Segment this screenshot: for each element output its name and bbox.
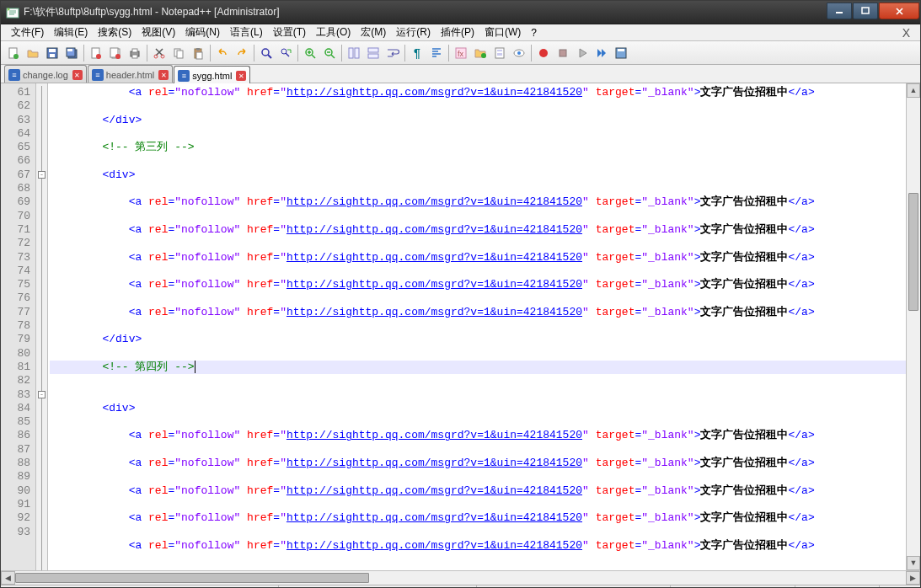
menu-file[interactable]: 文件(F) (6, 24, 49, 41)
show-all-chars-icon[interactable]: ¶ (408, 44, 426, 62)
undo-icon[interactable] (213, 44, 232, 62)
menu-language[interactable]: 语言(L) (225, 24, 268, 41)
svg-rect-24 (196, 48, 200, 51)
tab-sygg-html[interactable]: ≡sygg.html✕ (174, 66, 250, 83)
open-file-icon[interactable] (24, 44, 42, 62)
record-macro-icon[interactable] (534, 44, 553, 62)
svg-rect-22 (177, 51, 183, 58)
save-all-icon[interactable] (62, 44, 81, 62)
menubar: 文件(F) 编辑(E) 搜索(S) 视图(V) 编码(N) 语言(L) 设置(T… (1, 24, 920, 41)
scroll-up-arrow[interactable]: ▲ (907, 83, 920, 98)
print-icon[interactable] (126, 44, 144, 62)
menu-view[interactable]: 视图(V) (137, 24, 180, 41)
svg-line-27 (268, 55, 271, 58)
play-multi-icon[interactable] (592, 44, 611, 62)
stop-macro-icon[interactable] (554, 44, 572, 62)
menu-edit[interactable]: 编辑(E) (49, 24, 93, 41)
tab-change-log[interactable]: ≡change.log✕ (4, 65, 87, 83)
minimize-button[interactable] (827, 3, 852, 19)
tab-close-icon[interactable]: ✕ (72, 70, 83, 80)
svg-rect-6 (49, 49, 56, 52)
save-macro-icon[interactable] (612, 44, 630, 62)
window-title: F:\软件\8uftp\8uftp\sygg.html - Notepad++ … (24, 5, 827, 19)
zoom-in-icon[interactable] (301, 44, 319, 62)
toolbar-separator (254, 45, 254, 61)
svg-point-15 (115, 54, 120, 59)
toolbar-separator (147, 45, 147, 61)
menu-tools[interactable]: 工具(O) (311, 24, 356, 41)
doc-map-icon[interactable] (490, 44, 509, 62)
menu-settings[interactable]: 设置(T) (268, 24, 311, 41)
toolbar: ¶ fx (1, 41, 920, 65)
tab-label: change.log (23, 70, 68, 80)
svg-rect-17 (132, 49, 137, 52)
menu-help[interactable]: ? (526, 25, 542, 40)
find-icon[interactable] (257, 44, 276, 62)
folder-tree-icon[interactable] (471, 44, 490, 62)
menu-macro[interactable]: 宏(M) (356, 24, 391, 41)
svg-point-26 (262, 49, 269, 56)
svg-rect-39 (497, 50, 502, 51)
svg-rect-25 (196, 52, 202, 59)
maximize-button[interactable] (853, 3, 878, 19)
close-all-icon[interactable] (106, 44, 125, 62)
svg-rect-44 (560, 50, 566, 56)
tab-close-icon[interactable]: ✕ (236, 71, 246, 81)
scroll-thumb-h[interactable] (15, 573, 369, 583)
menu-window[interactable]: 窗口(W) (479, 24, 526, 41)
svg-rect-31 (349, 48, 353, 58)
close-button[interactable] (879, 3, 919, 19)
tab-close-icon[interactable]: ✕ (158, 70, 169, 80)
horizontal-scrollbar[interactable]: ◀ ▶ (1, 570, 920, 585)
copy-icon[interactable] (169, 44, 188, 62)
toolbar-separator (448, 45, 449, 61)
cut-icon[interactable] (150, 44, 169, 62)
svg-text:fx: fx (458, 50, 464, 58)
statusbar: Hyper Text Markup Language file length :… (1, 585, 920, 588)
zoom-out-icon[interactable] (320, 44, 339, 62)
sync-v-icon[interactable] (345, 44, 363, 62)
play-macro-icon[interactable] (573, 44, 592, 62)
fold-column[interactable]: -- (36, 83, 48, 570)
vertical-scrollbar[interactable]: ▲ ▼ (906, 83, 920, 570)
file-icon: ≡ (92, 69, 104, 81)
toolbar-separator (210, 45, 211, 61)
code-content[interactable]: <a rel="nofollow" href="http://sighttp.q… (48, 83, 920, 570)
svg-rect-32 (355, 48, 359, 58)
toolbar-separator (297, 45, 298, 61)
menu-close-icon[interactable]: X (897, 26, 915, 40)
svg-rect-34 (368, 54, 378, 58)
scroll-right-arrow[interactable]: ▶ (906, 571, 920, 585)
toolbar-separator (404, 45, 405, 61)
tabbar: ≡change.log✕ ≡header.html✕ ≡sygg.html✕ (1, 65, 920, 83)
file-icon: ≡ (8, 69, 20, 81)
tab-label: sygg.html (192, 71, 232, 81)
svg-point-43 (539, 49, 548, 57)
menu-encoding[interactable]: 编码(N) (180, 24, 225, 41)
line-number-gutter[interactable]: 6162636465666768697071727374757677787980… (1, 83, 36, 570)
file-icon: ≡ (178, 70, 190, 82)
func-list-icon[interactable]: fx (452, 44, 470, 62)
sync-h-icon[interactable] (364, 44, 383, 62)
toolbar-separator (83, 45, 84, 61)
menu-search[interactable]: 搜索(S) (93, 24, 137, 41)
svg-point-37 (481, 53, 486, 58)
scroll-thumb-v[interactable] (908, 193, 918, 311)
tab-label: header.html (106, 70, 154, 80)
monitor-icon[interactable] (510, 44, 528, 62)
new-file-icon[interactable] (4, 44, 23, 62)
tab-header-html[interactable]: ≡header.html✕ (88, 65, 173, 83)
redo-icon[interactable] (233, 44, 251, 62)
svg-rect-46 (618, 49, 624, 51)
svg-rect-1 (836, 12, 843, 13)
menu-run[interactable]: 运行(R) (391, 24, 436, 41)
replace-icon[interactable] (276, 44, 295, 62)
indent-guide-icon[interactable] (427, 44, 446, 62)
close-file-icon[interactable] (87, 44, 105, 62)
menu-plugins[interactable]: 插件(P) (436, 24, 479, 41)
save-icon[interactable] (43, 44, 62, 62)
wrap-icon[interactable] (383, 44, 402, 62)
paste-icon[interactable] (189, 44, 207, 62)
scroll-down-arrow[interactable]: ▼ (907, 556, 920, 570)
scroll-left-arrow[interactable]: ◀ (1, 571, 15, 585)
